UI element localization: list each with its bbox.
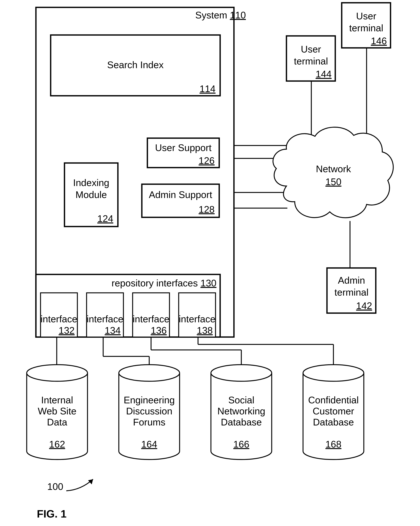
interface-138: interface 138: [179, 293, 215, 337]
indexing-module-ref: 124: [97, 213, 113, 224]
user-support-ref: 126: [199, 155, 215, 166]
svg-text:Internal: Internal: [41, 395, 73, 405]
network-ref: 150: [326, 176, 341, 187]
svg-text:interface: interface: [41, 314, 77, 324]
user-support-label: User Support: [155, 142, 212, 153]
svg-text:terminal: terminal: [349, 23, 383, 33]
svg-text:Discussion: Discussion: [126, 406, 172, 416]
svg-text:Confidential: Confidential: [308, 395, 359, 405]
system-label: System 110: [195, 10, 246, 20]
svg-text:User: User: [356, 11, 376, 21]
figure-ref: 100: [47, 481, 63, 492]
database-168: Confidential Customer Database 168: [303, 365, 364, 459]
admin-support-label: Admin Support: [149, 189, 212, 200]
svg-text:Networking: Networking: [217, 406, 265, 416]
system-diagram: System 110 Search Index 114 Indexing Mod…: [0, 0, 420, 526]
svg-text:Database: Database: [221, 417, 262, 427]
svg-text:162: 162: [49, 439, 65, 450]
svg-text:Customer: Customer: [313, 406, 354, 416]
svg-text:146: 146: [371, 36, 387, 46]
svg-text:interface: interface: [87, 314, 123, 324]
figure-caption: FIG. 1: [37, 508, 66, 520]
svg-text:Database: Database: [313, 417, 354, 427]
interface-136: interface 136: [133, 293, 169, 337]
svg-text:164: 164: [141, 439, 157, 450]
indexing-module-label-1: Indexing: [73, 177, 109, 188]
svg-text:terminal: terminal: [294, 56, 328, 67]
interface-132: interface 132: [41, 293, 77, 337]
svg-text:User: User: [301, 44, 321, 54]
svg-text:138: 138: [197, 325, 213, 336]
svg-text:Web Site: Web Site: [38, 406, 76, 416]
svg-text:Social: Social: [228, 395, 254, 405]
svg-text:Admin: Admin: [338, 275, 365, 286]
database-166: Social Networking Database 166: [211, 365, 272, 459]
svg-text:168: 168: [326, 439, 341, 450]
arrowhead-icon: [88, 479, 93, 484]
svg-text:terminal: terminal: [335, 287, 369, 298]
svg-text:interface: interface: [179, 314, 215, 324]
interface-134: interface 134: [87, 293, 123, 337]
svg-text:142: 142: [356, 300, 372, 311]
indexing-module-label-2: Module: [75, 189, 107, 200]
svg-text:Data: Data: [47, 417, 67, 427]
database-164: Engineering Discussion Forums 164: [119, 365, 180, 459]
database-162: Internal Web Site Data 162: [27, 365, 88, 459]
svg-text:interface: interface: [133, 314, 169, 324]
svg-text:Engineering: Engineering: [123, 395, 175, 405]
admin-support-ref: 128: [199, 204, 215, 215]
svg-text:132: 132: [59, 325, 75, 336]
svg-text:Forums: Forums: [133, 417, 165, 427]
svg-text:134: 134: [105, 325, 121, 336]
search-index-ref: 114: [199, 83, 215, 94]
repository-interfaces-label: repository interfaces 130: [112, 278, 216, 288]
search-index-label: Search Index: [107, 60, 164, 70]
svg-text:144: 144: [316, 69, 332, 79]
network-label: Network: [316, 163, 351, 174]
svg-text:166: 166: [233, 439, 249, 450]
svg-text:136: 136: [151, 325, 167, 336]
